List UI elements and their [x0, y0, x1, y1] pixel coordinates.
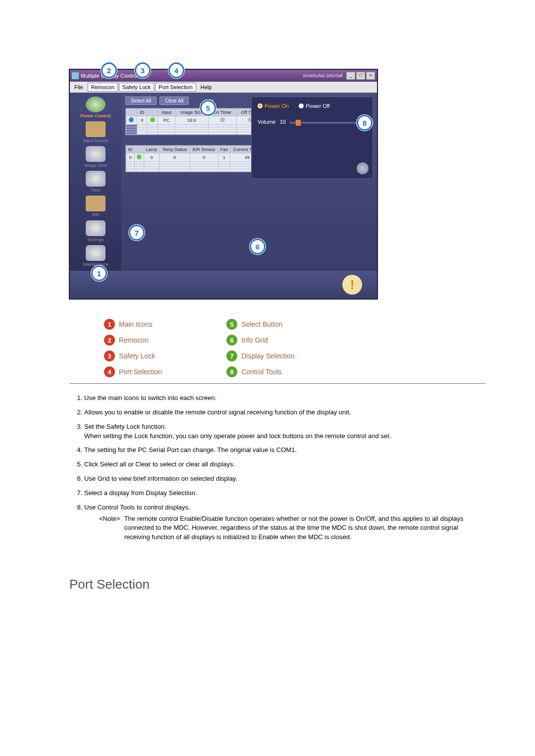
- callout-1: 1: [91, 265, 107, 281]
- section-heading: Port Selection: [69, 577, 485, 592]
- callout-7: 7: [129, 225, 145, 241]
- sidebar-item-image-size[interactable]: Image Size: [75, 146, 116, 168]
- sidebar: Power Control Input Source Image Size Ti…: [70, 93, 121, 271]
- control-tools-panel: Power On Power Off Volume 10: [251, 97, 373, 179]
- legend-item: 1 Main Icons: [104, 319, 162, 330]
- maximize-button[interactable]: □: [356, 72, 365, 80]
- col-temp-status: Temp.Status: [160, 146, 190, 153]
- menu-help[interactable]: Help: [197, 83, 215, 92]
- clear-all-button[interactable]: Clear All: [160, 97, 189, 105]
- power-off-label: Power Off: [306, 103, 330, 109]
- legend: 1 Main Icons 2 Remocon 3 Safety Lock 4 P…: [104, 319, 485, 377]
- info-grid-bottom: ID Lamp Temp.Status B/R Sensor Fan Curre…: [125, 145, 265, 172]
- note-8: Use Control Tools to control displays. <…: [84, 503, 485, 542]
- minimize-button[interactable]: _: [346, 72, 355, 80]
- col-fan: Fan: [218, 146, 230, 153]
- sidebar-item-time[interactable]: Time: [75, 171, 116, 193]
- brand-label: SAMSUNG DIGITall: [303, 73, 342, 78]
- cell-id: 0: [126, 153, 135, 162]
- status-dot-icon: [150, 117, 155, 122]
- sidebar-item-settings[interactable]: Settings: [75, 220, 116, 242]
- menu-safety-lock[interactable]: Safety Lock: [119, 83, 154, 92]
- slider-thumb[interactable]: [296, 120, 301, 126]
- table-row[interactable]: 0 PC 16:9: [126, 116, 265, 125]
- legend-badge: 7: [226, 351, 237, 361]
- cell-temp-status: 0: [160, 153, 190, 162]
- sidebar-item-input-source[interactable]: Input Source: [75, 121, 116, 143]
- table-row[interactable]: [126, 132, 265, 135]
- legend-label: Remocon: [119, 336, 149, 344]
- select-all-button[interactable]: Select All: [125, 97, 157, 105]
- time-icon: [86, 171, 106, 187]
- col-br-sensor: B/R Sensor: [190, 146, 218, 153]
- note-tag: <Note>: [99, 514, 120, 543]
- note-1: Use the main icons to switch into each s…: [84, 394, 485, 403]
- volume-label: Volume: [258, 119, 276, 125]
- note-3a: Set the Safety Lock function.: [84, 423, 166, 430]
- legend-label: Select Button: [241, 320, 282, 328]
- note-body: The remote control Enable/Disable functi…: [124, 514, 485, 543]
- menu-remocon[interactable]: Remocon: [88, 83, 118, 92]
- col-id: ID: [126, 146, 135, 153]
- callout-6: 6: [250, 239, 266, 254]
- note-2: Allows you to enable or disable the remo…: [84, 408, 485, 417]
- check-icon: [129, 117, 134, 122]
- volume-slider[interactable]: [290, 122, 367, 124]
- sidebar-item-label: PIP: [75, 212, 116, 217]
- legend-label: Main Icons: [119, 320, 153, 328]
- app-icon: [72, 72, 79, 79]
- legend-item: 5 Select Button: [226, 319, 294, 330]
- sidebar-item-power-control[interactable]: Power Control: [75, 97, 116, 118]
- sidebar-item-pip[interactable]: PIP: [75, 196, 116, 217]
- callout-2: 2: [101, 62, 117, 78]
- radio-icon: [299, 103, 304, 108]
- input-icon: [86, 121, 106, 137]
- legend-badge: 2: [104, 335, 115, 346]
- table-row[interactable]: [126, 169, 265, 172]
- cell-lamp: 0: [144, 153, 160, 162]
- cell-image-size: 16:9: [175, 116, 209, 125]
- legend-item: 6 Info Grid: [226, 335, 294, 346]
- legend-badge: 4: [104, 366, 115, 377]
- screenshot-window: 2 3 4 5 8 6 7 1 Multiple Display Control…: [69, 69, 377, 299]
- main-area: Select All Clear All le ID Input: [121, 93, 377, 271]
- sidebar-item-label: Settings: [75, 237, 116, 242]
- menu-port-selection[interactable]: Port Selection: [155, 83, 196, 92]
- sidebar-item-label: Input Source: [75, 138, 116, 143]
- power-off-radio[interactable]: Power Off: [299, 103, 330, 109]
- cell-fan: 1: [218, 153, 230, 162]
- pip-icon: [86, 196, 106, 211]
- note-7: Select a display from Display Selection.: [84, 489, 485, 498]
- image-size-icon: [86, 146, 106, 162]
- menubar: File Remocon Safety Lock Port Selection …: [70, 82, 377, 93]
- legend-item: 7 Display Selection: [226, 351, 294, 361]
- sidebar-item-maintenance[interactable]: Maintenance: [75, 245, 116, 267]
- status-strip: !: [70, 271, 377, 299]
- note-3: Set the Safety Lock function. When setti…: [84, 422, 485, 441]
- radio-icon: [258, 103, 263, 108]
- col-id: ID: [137, 109, 147, 116]
- table-row[interactable]: 0 0 0 0 1 49: [126, 153, 265, 162]
- legend-item: 2 Remocon: [104, 335, 162, 346]
- cell-id: 0: [137, 116, 147, 125]
- legend-label: Port Selection: [119, 368, 162, 376]
- legend-badge: 8: [226, 366, 237, 377]
- col-status: [147, 109, 158, 116]
- legend-badge: 1: [104, 319, 115, 330]
- divider: [69, 383, 485, 384]
- notes-list: Use the main icons to switch into each s…: [69, 394, 485, 542]
- legend-badge: 3: [104, 351, 115, 361]
- col-status: [135, 146, 144, 153]
- legend-badge: 6: [226, 335, 237, 346]
- legend-label: Info Grid: [241, 336, 268, 344]
- power-on-radio[interactable]: Power On: [258, 103, 289, 109]
- cell-br: 0: [190, 153, 218, 162]
- sidebar-item-label: Image Size: [75, 163, 116, 168]
- callout-8: 8: [357, 115, 373, 131]
- callout-5: 5: [200, 100, 216, 116]
- close-button[interactable]: ×: [366, 72, 375, 80]
- note-4: The setting for the PC Serial Port can c…: [84, 446, 485, 455]
- volume-value: 10: [280, 119, 286, 125]
- note-5: Click Select all or Clear to select or c…: [84, 460, 485, 469]
- menu-file[interactable]: File: [71, 83, 87, 92]
